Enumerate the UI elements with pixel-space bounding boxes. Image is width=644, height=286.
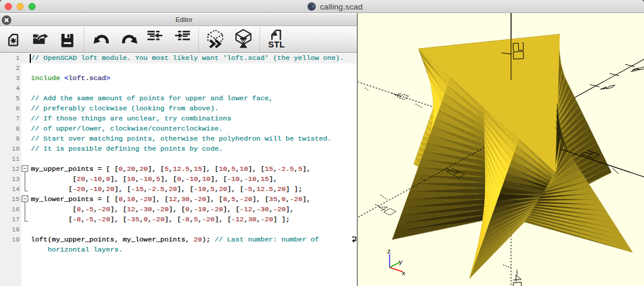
svg-text:STL: STL: [268, 40, 285, 49]
svg-text:z: z: [387, 248, 391, 255]
svg-text:x: x: [402, 270, 406, 277]
svg-text:y: y: [399, 259, 403, 266]
